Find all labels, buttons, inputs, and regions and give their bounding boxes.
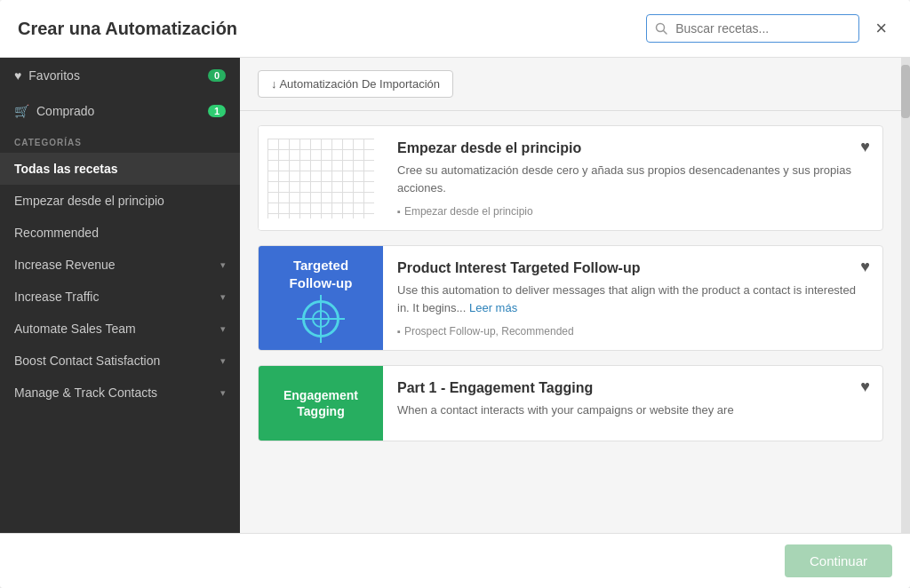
sidebar-item-all-recipes[interactable]: Todas las recetas <box>0 153 240 185</box>
boost-contact-label: Boost Contact Satisfaction <box>14 354 160 368</box>
categories-label: CATEGORÍAS <box>0 129 240 153</box>
recipe-info-product: Product Interest Targeted Follow-up Use … <box>383 246 882 350</box>
favorite-button-start[interactable]: ♥ <box>860 139 870 155</box>
recipe-tag-text-start: Empezar desde el principio <box>404 205 533 218</box>
search-input[interactable] <box>646 14 859 43</box>
recipe-desc-start: Cree su automatización desde cero y añad… <box>397 162 868 196</box>
sidebar-item-recommended[interactable]: Recommended <box>0 217 240 249</box>
recipe-title-start: Empezar desde el principio <box>397 140 868 156</box>
recipe-desc-engagement: When a contact interacts with your campa… <box>397 401 868 419</box>
recipe-thumbnail-grid <box>259 126 383 230</box>
recommended-label: Recommended <box>14 226 99 240</box>
sidebar-item-increase-traffic[interactable]: Increase Traffic ▾ <box>0 281 240 313</box>
favorite-button-engagement[interactable]: ♥ <box>860 378 870 394</box>
sidebar-item-manage-track[interactable]: Manage & Track Contacts ▾ <box>0 377 240 409</box>
sidebar: ♥ Favoritos 0 🛒 Comprado 1 CATEGORÍAS To… <box>0 58 240 533</box>
recipe-tag-text-product: Prospect Follow-up, Recommended <box>404 325 574 338</box>
modal-body: ♥ Favoritos 0 🛒 Comprado 1 CATEGORÍAS To… <box>0 58 910 533</box>
import-button[interactable]: ↓ Automatización De Importación <box>258 70 453 98</box>
cart-icon: 🛒 <box>14 104 29 118</box>
main-content: ↓ Automatización De Importación Empezar … <box>240 58 901 533</box>
manage-track-label: Manage & Track Contacts <box>14 385 157 400</box>
scrollbar-thumb[interactable] <box>901 65 910 118</box>
tag-icon: ▪ <box>397 206 401 217</box>
close-button[interactable]: × <box>870 17 892 40</box>
modal-container: Crear una Automatización × ♥ Favoritos 0 <box>0 0 910 588</box>
scrollbar-track[interactable] <box>901 58 910 533</box>
thumb-text-green: EngagementTagging <box>283 387 358 419</box>
recipe-thumbnail-blue: TargetedFollow-up <box>259 246 383 350</box>
recipe-tags-start: ▪ Empezar desde el principio <box>397 205 868 218</box>
chevron-down-icon: ▾ <box>220 355 226 367</box>
chevron-down-icon: ▾ <box>220 291 226 303</box>
continue-button[interactable]: Continuar <box>785 544 892 577</box>
recipe-info-start: Empezar desde el principio Cree su autom… <box>383 126 882 230</box>
recipe-card-start-from-scratch: Empezar desde el principio Cree su autom… <box>258 125 883 231</box>
purchased-label: Comprado <box>36 104 94 118</box>
favorites-badge: 0 <box>208 69 226 82</box>
modal-title: Crear una Automatización <box>18 19 237 39</box>
target-crosshair-v <box>320 295 322 343</box>
purchased-left: 🛒 Comprado <box>14 104 94 118</box>
recipe-title-engagement: Part 1 - Engagement Tagging <box>397 380 868 396</box>
target-icon-container <box>300 298 341 339</box>
recipe-title-product: Product Interest Targeted Follow-up <box>397 260 868 276</box>
chevron-down-icon: ▾ <box>220 387 226 399</box>
all-recipes-label: Todas las recetas <box>14 162 117 176</box>
increase-traffic-label: Increase Traffic <box>14 290 99 304</box>
recipe-info-engagement: Part 1 - Engagement Tagging When a conta… <box>383 366 882 441</box>
sidebar-item-start-from-scratch[interactable]: Empezar desde el principio <box>0 185 240 217</box>
chevron-down-icon: ▾ <box>220 259 226 271</box>
svg-line-1 <box>664 31 667 35</box>
read-more-link[interactable]: Leer más <box>469 301 517 314</box>
thumb-title-blue: TargetedFollow-up <box>290 257 353 291</box>
search-icon <box>655 22 667 35</box>
search-wrapper <box>646 14 859 43</box>
header-actions: × <box>646 14 892 43</box>
tag-icon: ▪ <box>397 326 401 337</box>
sidebar-item-favorites[interactable]: ♥ Favoritos 0 <box>0 58 240 93</box>
chevron-down-icon: ▾ <box>220 323 226 335</box>
recipe-tags-product: ▪ Prospect Follow-up, Recommended <box>397 325 868 338</box>
favorites-label: Favoritos <box>28 68 80 83</box>
recipe-desc-product: Use this automation to deliver messages … <box>397 282 868 316</box>
recipes-list: Empezar desde el principio Cree su autom… <box>240 111 901 533</box>
sidebar-item-boost-contact[interactable]: Boost Contact Satisfaction ▾ <box>0 345 240 377</box>
recipe-card-engagement: EngagementTagging Part 1 - Engagement Ta… <box>258 365 883 441</box>
main-toolbar: ↓ Automatización De Importación <box>240 58 901 111</box>
start-scratch-label: Empezar desde el principio <box>14 194 164 208</box>
modal-header: Crear una Automatización × <box>0 0 910 58</box>
purchased-badge: 1 <box>208 105 226 117</box>
sidebar-item-automate-sales[interactable]: Automate Sales Team ▾ <box>0 313 240 345</box>
sidebar-item-increase-revenue[interactable]: Increase Revenue ▾ <box>0 249 240 281</box>
favorite-button-product[interactable]: ♥ <box>860 258 870 274</box>
recipe-thumbnail-green: EngagementTagging <box>259 366 383 441</box>
favorites-left: ♥ Favoritos <box>14 68 80 83</box>
increase-revenue-label: Increase Revenue <box>14 258 116 272</box>
sidebar-item-purchased[interactable]: 🛒 Comprado 1 <box>0 93 240 129</box>
grid-thumbnail-image <box>267 139 374 219</box>
heart-icon: ♥ <box>14 68 21 83</box>
automate-sales-label: Automate Sales Team <box>14 322 136 336</box>
recipe-card-product-interest: TargetedFollow-up Product Interest Targe… <box>258 245 883 351</box>
modal-footer: Continuar <box>0 533 910 588</box>
